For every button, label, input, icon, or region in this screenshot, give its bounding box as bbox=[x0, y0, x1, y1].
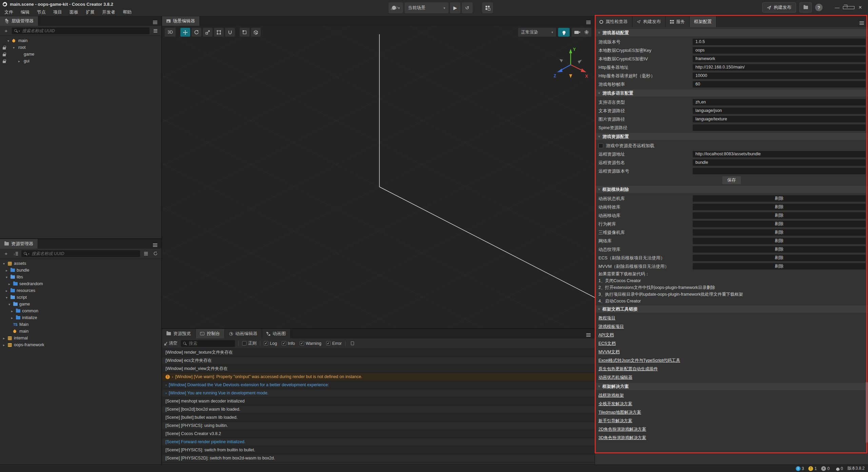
chevron-right-icon[interactable]: ▸ bbox=[11, 309, 16, 313]
checkbox-error[interactable] bbox=[326, 341, 331, 346]
link-MVVM文档[interactable]: MVVM文档 bbox=[598, 349, 620, 355]
tree-node-initialize[interactable]: ▸initialize bbox=[0, 314, 161, 321]
tree-node-gui[interactable]: ▸gui bbox=[0, 58, 161, 64]
chevron-right-icon[interactable]: › bbox=[165, 389, 167, 397]
status-notifications[interactable]: 0 bbox=[836, 466, 843, 471]
close-button[interactable]: × bbox=[854, 2, 866, 13]
link-API文档[interactable]: API文档 bbox=[598, 332, 614, 338]
transform-gizmo-tool-button[interactable] bbox=[225, 28, 235, 37]
hierarchy-search-input[interactable] bbox=[12, 27, 150, 34]
field-input[interactable]: language/json bbox=[693, 107, 866, 114]
log-row[interactable]: [Scene] Cocos Creator v3.8.2 bbox=[162, 430, 595, 438]
tree-node-bundle[interactable]: ▸bundle bbox=[0, 267, 161, 274]
tree-node-internal[interactable]: ▸internal bbox=[0, 335, 161, 341]
assets-filter-button[interactable] bbox=[142, 250, 150, 257]
menu-item-开发者[interactable]: 开发者 bbox=[98, 8, 119, 16]
log-row[interactable]: [Scene] [box2d]:box2d wasm lib loaded. bbox=[162, 406, 595, 414]
chevron-down-icon[interactable]: ▾ bbox=[7, 39, 12, 43]
clear-console-button[interactable]: 清空 bbox=[164, 340, 179, 346]
log-row[interactable]: [Window] model_view文件夹存在 bbox=[162, 365, 595, 373]
scale-tool-button[interactable] bbox=[203, 28, 213, 37]
chevron-right-icon[interactable]: › bbox=[172, 373, 173, 381]
link-动画状态机编辑器[interactable]: 动画状态机编辑器 bbox=[598, 375, 632, 380]
console-panel-menu-button[interactable] bbox=[586, 329, 595, 338]
chevron-down-icon[interactable]: ▾ bbox=[8, 302, 13, 306]
log-row[interactable]: !›[Window] [Vue warn]: Property "onInput… bbox=[162, 373, 595, 381]
tab-animation-editor[interactable]: 动画编辑器 bbox=[225, 329, 262, 338]
remove-module-button[interactable]: 剔除 bbox=[693, 221, 866, 227]
chevron-down-icon[interactable]: ▾ bbox=[6, 296, 11, 299]
tab-hierarchy[interactable]: 层级管理器 bbox=[0, 16, 38, 26]
link-新手引导解决方案[interactable]: 新手引导解决方案 bbox=[598, 418, 632, 424]
render-mode-select[interactable]: 正常渲染 ▾ bbox=[518, 28, 556, 37]
section-header-框架解决方案[interactable]: ˅框架解决方案 bbox=[595, 383, 868, 390]
link-Excel格式转Json文件与TypeScript代码工具[interactable]: Excel格式转Json文件与TypeScript代码工具 bbox=[598, 358, 680, 363]
tree-node-main[interactable]: ▾main bbox=[0, 37, 161, 44]
tree-node-script[interactable]: ▾script bbox=[0, 294, 161, 301]
field-input[interactable]: zh,en bbox=[693, 99, 866, 105]
checkbox-log[interactable] bbox=[264, 341, 268, 346]
log-row[interactable]: [Window] ecs文件夹存在 bbox=[162, 357, 595, 365]
link-ECS文档[interactable]: ECS文档 bbox=[598, 341, 616, 347]
tab-services[interactable]: 服务 bbox=[666, 16, 690, 27]
tree-node-main[interactable]: main bbox=[0, 328, 161, 335]
log-row[interactable]: [Scene] Forward render pipeline initiali… bbox=[162, 438, 595, 446]
sort-assets-button[interactable]: ↓ bbox=[12, 250, 19, 257]
section-header-游戏多语言配置[interactable]: ˅游戏多语言配置 bbox=[595, 90, 868, 97]
status-warning-count[interactable]: ! 1 bbox=[808, 466, 817, 471]
tab-build-publish[interactable]: 构建发布 bbox=[632, 16, 666, 27]
regex-toggle[interactable]: 正则 bbox=[242, 340, 257, 346]
menu-item-扩展[interactable]: 扩展 bbox=[82, 8, 98, 16]
section-header-框架模块剔除[interactable]: ˅框架模块剔除 bbox=[595, 186, 868, 193]
minimize-button[interactable]: — bbox=[831, 2, 843, 13]
filter-log[interactable]: Log bbox=[264, 341, 277, 346]
mode-3d-button[interactable]: 3D bbox=[165, 28, 176, 37]
chevron-down-icon[interactable]: ▾ bbox=[13, 46, 18, 50]
remove-module-button[interactable]: 剔除 bbox=[693, 212, 866, 219]
tab-animation-graph[interactable]: 动画图 bbox=[262, 329, 291, 338]
chevron-down-icon[interactable]: ▾ bbox=[6, 275, 11, 279]
section-header-游戏资源配置[interactable]: ˅游戏资源配置 bbox=[595, 133, 868, 140]
menu-item-项目[interactable]: 项目 bbox=[50, 8, 66, 16]
field-input[interactable]: oops bbox=[693, 47, 866, 54]
link-原生包热更新配置自动生成插件[interactable]: 原生包热更新配置自动生成插件 bbox=[598, 366, 658, 372]
help-button[interactable]: ? bbox=[815, 4, 823, 11]
tree-node-resources[interactable]: ▸resources bbox=[0, 287, 161, 294]
scene-light-toggle[interactable] bbox=[558, 28, 570, 37]
link-教程项目[interactable]: 教程项目 bbox=[598, 315, 615, 321]
scene-panel-menu-button[interactable] bbox=[586, 16, 595, 26]
remove-module-button[interactable]: 剔除 bbox=[693, 263, 866, 270]
assets-panel-menu-button[interactable] bbox=[153, 239, 161, 249]
log-row[interactable]: [Window] render_texture文件夹存在 bbox=[162, 349, 595, 357]
filter-error[interactable]: Error bbox=[326, 341, 342, 346]
field-input[interactable] bbox=[693, 168, 866, 174]
link-全栈开发解决方案[interactable]: 全栈开发解决方案 bbox=[598, 401, 632, 407]
menu-item-编辑[interactable]: 编辑 bbox=[17, 8, 33, 16]
create-asset-button[interactable]: + bbox=[2, 250, 10, 257]
tree-node-assets[interactable]: ▾assets bbox=[0, 260, 161, 267]
remove-module-button[interactable]: 剔除 bbox=[693, 246, 866, 253]
chevron-right-icon[interactable]: ▸ bbox=[6, 269, 11, 272]
inspector-scrollbar-thumb[interactable] bbox=[866, 382, 868, 443]
console-search-input[interactable] bbox=[181, 340, 235, 347]
remove-module-button[interactable]: 剔除 bbox=[693, 204, 866, 210]
log-row[interactable]: ›[Window] Download the Vue Devtools exte… bbox=[162, 381, 595, 389]
tab-framework-config[interactable]: 框架配置 bbox=[690, 16, 716, 27]
tab-console[interactable]: 控制台 bbox=[196, 329, 225, 338]
remove-module-button[interactable]: 剔除 bbox=[693, 195, 866, 202]
tree-node-game[interactable]: game bbox=[0, 51, 161, 58]
tab-scene-editor[interactable]: 场景编辑器 bbox=[162, 16, 200, 26]
section-header-框架文档工具链接[interactable]: ˅框架文档工具链接 bbox=[595, 306, 868, 313]
field-input[interactable]: http://localhost:8083/assets/bundle bbox=[693, 151, 866, 157]
rect-tool-button[interactable] bbox=[214, 28, 224, 37]
field-input[interactable]: 1.0.5 bbox=[693, 39, 866, 45]
remove-module-button[interactable]: 剔除 bbox=[693, 229, 866, 236]
preview-platform-button[interactable]: ▾ bbox=[389, 2, 403, 13]
chevron-right-icon[interactable]: ▸ bbox=[6, 289, 11, 293]
chevron-right-icon[interactable]: ▸ bbox=[18, 59, 23, 63]
reload-button[interactable]: ↺ bbox=[462, 2, 473, 13]
chevron-right-icon[interactable]: ▸ bbox=[3, 336, 8, 340]
tree-node-seedrandom[interactable]: ▸seedrandom bbox=[0, 280, 161, 287]
status-error-count[interactable]: × 0 bbox=[821, 466, 830, 471]
device-preview-button[interactable] bbox=[482, 2, 493, 13]
